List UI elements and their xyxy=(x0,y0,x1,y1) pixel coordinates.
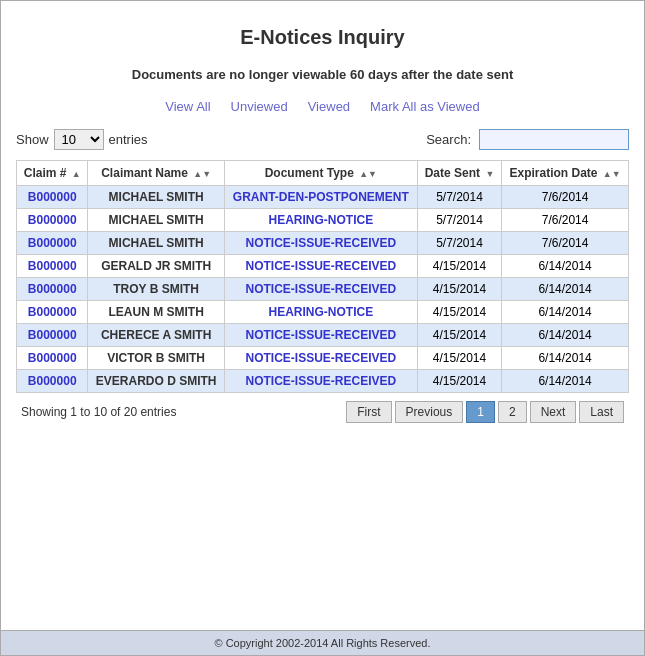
name-first: MICHAEL xyxy=(109,190,167,204)
claim-link[interactable]: B000000 xyxy=(28,236,77,250)
viewed-link[interactable]: Viewed xyxy=(308,99,350,114)
doctype-link[interactable]: GRANT-DEN-POSTPONEMENT xyxy=(233,190,409,204)
col-claim[interactable]: Claim # ▲ xyxy=(17,161,88,186)
cell-datesent: 4/15/2014 xyxy=(417,255,501,278)
name-last: SMITH xyxy=(168,351,205,365)
cell-doctype: NOTICE-ISSUE-RECEIVED xyxy=(224,278,417,301)
table-row: B000000VICTOR B SMITHNOTICE-ISSUE-RECEIV… xyxy=(17,347,629,370)
mark-all-viewed-link[interactable]: Mark All as Viewed xyxy=(370,99,480,114)
col-name[interactable]: Claimant Name ▲▼ xyxy=(88,161,224,186)
name-last: SMITH xyxy=(166,305,203,319)
page-title: E-Notices Inquiry xyxy=(16,11,629,59)
cell-claim: B000000 xyxy=(17,209,88,232)
cell-claim: B000000 xyxy=(17,186,88,209)
name-first: LEAUN M xyxy=(108,305,166,319)
cell-claim: B000000 xyxy=(17,347,88,370)
doctype-link[interactable]: HEARING-NOTICE xyxy=(269,305,374,319)
entries-select[interactable]: 10 25 50 100 xyxy=(54,129,104,150)
table-row: B000000MICHAEL SMITHGRANT-DEN-POSTPONEME… xyxy=(17,186,629,209)
col-datesent[interactable]: Date Sent ▼ xyxy=(417,161,501,186)
col-doctype-sort-icon: ▲▼ xyxy=(359,169,377,179)
page-1-button[interactable]: 1 xyxy=(466,401,495,423)
previous-button[interactable]: Previous xyxy=(395,401,464,423)
cell-name: CHERECE A SMITH xyxy=(88,324,224,347)
pagination: First Previous 1 2 Next Last xyxy=(346,401,624,423)
doctype-link[interactable]: HEARING-NOTICE xyxy=(269,213,374,227)
search-input[interactable] xyxy=(479,129,629,150)
cell-doctype: HEARING-NOTICE xyxy=(224,301,417,324)
claim-link[interactable]: B000000 xyxy=(28,190,77,204)
doctype-link[interactable]: NOTICE-ISSUE-RECEIVED xyxy=(246,259,397,273)
cell-name: TROY B SMITH xyxy=(88,278,224,301)
doctype-link[interactable]: NOTICE-ISSUE-RECEIVED xyxy=(246,351,397,365)
doctype-link[interactable]: NOTICE-ISSUE-RECEIVED xyxy=(246,374,397,388)
filter-row: View All Unviewed Viewed Mark All as Vie… xyxy=(16,94,629,124)
show-entries-control: Show 10 25 50 100 entries xyxy=(16,129,148,150)
footer-row: Showing 1 to 10 of 20 entries First Prev… xyxy=(16,393,629,428)
last-button[interactable]: Last xyxy=(579,401,624,423)
table-body: B000000MICHAEL SMITHGRANT-DEN-POSTPONEME… xyxy=(17,186,629,393)
table-row: B000000MICHAEL SMITHHEARING-NOTICE5/7/20… xyxy=(17,209,629,232)
cell-expdate: 7/6/2014 xyxy=(502,232,629,255)
claim-link[interactable]: B000000 xyxy=(28,305,77,319)
search-label: Search: xyxy=(426,132,471,147)
claim-link[interactable]: B000000 xyxy=(28,328,77,342)
cell-expdate: 7/6/2014 xyxy=(502,186,629,209)
claim-link[interactable]: B000000 xyxy=(28,351,77,365)
name-last: SMITH xyxy=(174,328,211,342)
cell-doctype: GRANT-DEN-POSTPONEMENT xyxy=(224,186,417,209)
first-button[interactable]: First xyxy=(346,401,391,423)
name-first: CHERECE A xyxy=(101,328,174,342)
cell-doctype: NOTICE-ISSUE-RECEIVED xyxy=(224,347,417,370)
cell-claim: B000000 xyxy=(17,370,88,393)
col-doctype[interactable]: Document Type ▲▼ xyxy=(224,161,417,186)
cell-claim: B000000 xyxy=(17,255,88,278)
name-first: VICTOR B xyxy=(107,351,167,365)
table-row: B000000LEAUN M SMITHHEARING-NOTICE4/15/2… xyxy=(17,301,629,324)
copyright-bar: © Copyright 2002-2014 All Rights Reserve… xyxy=(1,630,644,655)
notice-banner: Documents are no longer viewable 60 days… xyxy=(16,59,629,94)
col-datesent-sort-icon: ▼ xyxy=(485,169,494,179)
cell-name: MICHAEL SMITH xyxy=(88,209,224,232)
cell-claim: B000000 xyxy=(17,324,88,347)
table-header: Claim # ▲ Claimant Name ▲▼ Document Type… xyxy=(17,161,629,186)
doctype-link[interactable]: NOTICE-ISSUE-RECEIVED xyxy=(246,282,397,296)
cell-name: GERALD JR SMITH xyxy=(88,255,224,278)
doctype-link[interactable]: NOTICE-ISSUE-RECEIVED xyxy=(246,328,397,342)
unviewed-link[interactable]: Unviewed xyxy=(231,99,288,114)
cell-doctype: HEARING-NOTICE xyxy=(224,209,417,232)
name-last: SMITH xyxy=(162,282,199,296)
cell-claim: B000000 xyxy=(17,301,88,324)
name-first: EVERARDO D xyxy=(96,374,179,388)
cell-expdate: 6/14/2014 xyxy=(502,301,629,324)
cell-datesent: 5/7/2014 xyxy=(417,232,501,255)
page-2-button[interactable]: 2 xyxy=(498,401,527,423)
next-button[interactable]: Next xyxy=(530,401,577,423)
cell-claim: B000000 xyxy=(17,232,88,255)
cell-datesent: 5/7/2014 xyxy=(417,209,501,232)
col-expdate-sort-icon: ▲▼ xyxy=(603,169,621,179)
cell-doctype: NOTICE-ISSUE-RECEIVED xyxy=(224,232,417,255)
notices-table: Claim # ▲ Claimant Name ▲▼ Document Type… xyxy=(16,160,629,393)
doctype-link[interactable]: NOTICE-ISSUE-RECEIVED xyxy=(246,236,397,250)
name-last: SMITH xyxy=(174,259,211,273)
table-row: B000000MICHAEL SMITHNOTICE-ISSUE-RECEIVE… xyxy=(17,232,629,255)
col-expdate[interactable]: Expiration Date ▲▼ xyxy=(502,161,629,186)
col-name-label: Claimant Name xyxy=(101,166,188,180)
col-doctype-label: Document Type xyxy=(265,166,354,180)
claim-link[interactable]: B000000 xyxy=(28,282,77,296)
claim-link[interactable]: B000000 xyxy=(28,213,77,227)
col-name-sort-icon: ▲▼ xyxy=(193,169,211,179)
controls-row: Show 10 25 50 100 entries Search: xyxy=(16,124,629,155)
name-last: SMITH xyxy=(166,190,203,204)
claim-link[interactable]: B000000 xyxy=(28,259,77,273)
cell-expdate: 6/14/2014 xyxy=(502,324,629,347)
cell-doctype: NOTICE-ISSUE-RECEIVED xyxy=(224,324,417,347)
show-label: Show xyxy=(16,132,49,147)
view-all-link[interactable]: View All xyxy=(165,99,210,114)
cell-expdate: 6/14/2014 xyxy=(502,255,629,278)
cell-datesent: 5/7/2014 xyxy=(417,186,501,209)
name-last: SMITH xyxy=(166,213,203,227)
cell-datesent: 4/15/2014 xyxy=(417,301,501,324)
claim-link[interactable]: B000000 xyxy=(28,374,77,388)
